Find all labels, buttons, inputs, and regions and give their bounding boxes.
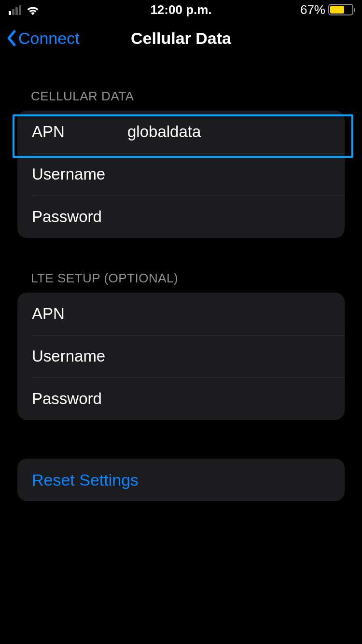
label-lte-password: Password bbox=[32, 390, 127, 408]
input-cellular-apn[interactable] bbox=[127, 123, 330, 141]
status-right: 67% bbox=[300, 2, 353, 17]
label-cellular-password: Password bbox=[32, 208, 127, 226]
input-lte-password[interactable] bbox=[127, 390, 330, 408]
page-title: Cellular Data bbox=[131, 29, 231, 48]
section-header-cellular: CELLULAR DATA bbox=[17, 89, 345, 111]
status-bar: 12:00 p.m. 67% bbox=[0, 0, 362, 19]
input-lte-apn[interactable] bbox=[127, 305, 330, 323]
reset-settings-label: Reset Settings bbox=[32, 471, 139, 490]
row-lte-username[interactable]: Username bbox=[17, 335, 345, 378]
label-lte-username: Username bbox=[32, 347, 127, 365]
row-cellular-username[interactable]: Username bbox=[17, 153, 345, 196]
chevron-left-icon bbox=[6, 29, 17, 47]
group-reset: Reset Settings bbox=[17, 459, 345, 501]
battery-icon bbox=[328, 4, 353, 15]
back-label: Connect bbox=[18, 29, 80, 48]
label-lte-apn: APN bbox=[32, 305, 127, 323]
group-cellular: APN Username Password bbox=[17, 111, 345, 238]
status-time: 12:00 p.m. bbox=[150, 2, 211, 17]
input-lte-username[interactable] bbox=[127, 347, 330, 365]
nav-bar: Connect Cellular Data bbox=[0, 19, 362, 57]
status-left bbox=[9, 4, 40, 15]
input-cellular-password[interactable] bbox=[127, 208, 330, 226]
input-cellular-username[interactable] bbox=[127, 165, 330, 183]
wifi-icon bbox=[26, 4, 40, 15]
row-cellular-password[interactable]: Password bbox=[17, 196, 345, 238]
group-lte: APN Username Password bbox=[17, 293, 345, 420]
label-cellular-username: Username bbox=[32, 165, 127, 183]
content: CELLULAR DATA APN Username Password LTE … bbox=[0, 57, 362, 501]
row-cellular-apn[interactable]: APN bbox=[17, 111, 345, 153]
label-cellular-apn: APN bbox=[32, 123, 127, 141]
cellular-signal-icon bbox=[9, 4, 21, 15]
reset-settings-button[interactable]: Reset Settings bbox=[17, 459, 345, 501]
row-lte-apn[interactable]: APN bbox=[17, 293, 345, 335]
battery-percent-label: 67% bbox=[300, 2, 325, 17]
section-header-lte: LTE SETUP (OPTIONAL) bbox=[17, 271, 345, 293]
row-lte-password[interactable]: Password bbox=[17, 378, 345, 420]
back-button[interactable]: Connect bbox=[6, 29, 80, 48]
